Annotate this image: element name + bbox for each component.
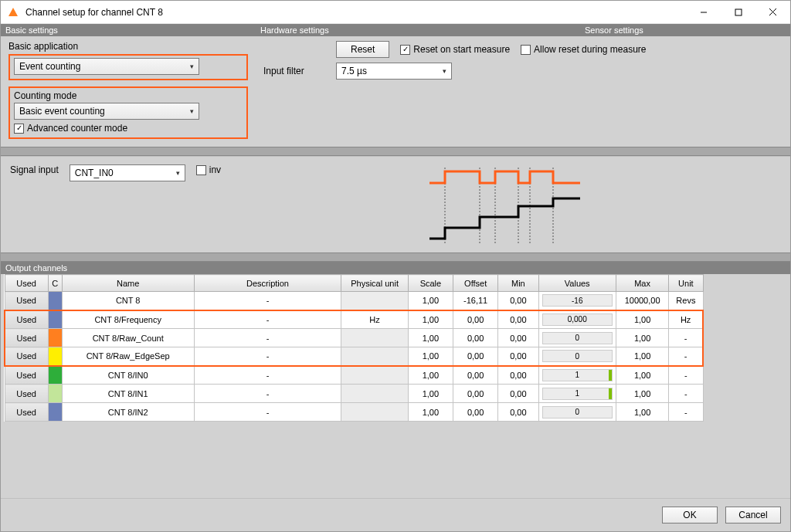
name-cell: CNT 8/IN2 [62,403,194,422]
maximize-button[interactable] [721,1,755,23]
app-icon [7,6,19,19]
unit-cell: - [669,385,703,403]
checkbox-icon: ✓ [400,45,410,55]
description-cell: - [194,403,341,422]
column-header[interactable]: Scale [408,275,453,292]
advanced-counter-checkbox[interactable]: ✓ Advanced counter mode [14,123,127,134]
cancel-button[interactable]: Cancel [725,507,781,524]
hardware-settings-panel: Reset ✓ Reset on start measure Allow res… [256,36,790,147]
table-row[interactable]: UsedCNT 8-1,00-16,110,00-1610000,00Revs [5,292,703,310]
description-cell: - [194,385,341,403]
table-row[interactable]: UsedCNT 8/IN0-1,000,000,0011,00- [5,366,703,385]
physical-unit-cell [341,366,408,385]
name-cell: CNT 8/Raw_EdgeSep [62,347,194,366]
content: Basic settings Hardware settings Sensor … [1,24,790,531]
reset-on-start-checkbox[interactable]: ✓ Reset on start measure [400,44,510,55]
unit-cell: Hz [669,310,703,329]
titlebar: Channel setup for channel CNT 8 [1,1,790,24]
used-cell[interactable]: Used [5,347,48,366]
min-cell: 0,00 [498,347,538,366]
basic-settings-panel: Basic application Event counting ▾ Count… [1,36,256,147]
chevron-down-icon: ▾ [190,63,194,70]
chevron-down-icon: ▾ [443,67,446,75]
color-cell [48,310,62,329]
minimize-button[interactable] [686,1,721,23]
column-header[interactable]: Offset [453,275,498,292]
reset-button[interactable]: Reset [336,41,389,58]
checkbox-icon: ✓ [14,124,24,134]
max-cell: 1,00 [616,329,668,347]
scale-cell: 1,00 [408,366,453,385]
used-cell[interactable]: Used [5,403,48,422]
unit-cell: Revs [669,292,703,310]
reset-on-start-label: Reset on start measure [413,44,510,55]
unit-cell: - [669,366,703,385]
used-cell[interactable]: Used [5,310,48,329]
allow-reset-checkbox[interactable]: Allow reset during measure [521,44,646,55]
offset-cell: 0,00 [453,310,498,329]
column-header[interactable]: Physical unit [341,275,408,292]
used-cell[interactable]: Used [5,292,48,310]
used-cell[interactable]: Used [5,385,48,403]
input-filter-value: 7.5 µs [341,66,367,76]
column-header[interactable]: Used [5,275,48,292]
offset-cell: 0,00 [453,366,498,385]
values-cell: 0 [538,403,616,422]
min-cell: 0,00 [498,403,538,422]
table-row[interactable]: UsedCNT 8/IN1-1,000,000,0011,00- [5,385,703,403]
scale-cell: 1,00 [408,347,453,366]
values-cell: 0,000 [538,310,616,329]
inv-checkbox[interactable]: inv [196,164,221,175]
values-cell: 1 [538,385,616,403]
max-cell: 1,00 [616,366,668,385]
offset-cell: 0,00 [453,403,498,422]
unit-cell: - [669,329,703,347]
window: Channel setup for channel CNT 8 Basic se… [0,0,791,532]
table-row[interactable]: UsedCNT 8/IN2-1,000,000,0001,00- [5,403,703,422]
basic-application-highlight: Event counting ▾ [8,54,248,80]
column-header[interactable]: Max [616,275,668,292]
table-row[interactable]: UsedCNT 8/Raw_Count-1,000,000,0001,00- [5,329,703,347]
table-row[interactable]: UsedCNT 8/Raw_EdgeSep-1,000,000,0001,00- [5,347,703,366]
description-cell: - [194,347,341,366]
close-button[interactable] [755,1,790,23]
unit-cell: - [669,347,703,366]
max-cell: 1,00 [616,310,668,329]
max-cell: 1,00 [616,385,668,403]
values-cell: 0 [538,347,616,366]
signal-input-combo[interactable]: CNT_IN0 ▾ [70,164,185,181]
used-cell[interactable]: Used [5,329,48,347]
column-header[interactable]: C [48,275,62,292]
color-cell [48,292,62,310]
chevron-down-icon: ▾ [176,169,180,177]
color-cell [48,329,62,347]
offset-cell: 0,00 [453,329,498,347]
min-cell: 0,00 [498,329,538,347]
description-cell: - [194,310,341,329]
description-cell: - [194,292,341,310]
output-channels-section: Output channels UsedCNameDescriptionPhys… [1,262,790,425]
used-cell[interactable]: Used [5,366,48,385]
offset-cell: -16,11 [453,292,498,310]
column-header[interactable]: Description [194,275,341,292]
svg-marker-0 [8,8,18,16]
column-header[interactable]: Unit [669,275,703,292]
column-header[interactable]: Min [498,275,538,292]
input-filter-combo[interactable]: 7.5 µs ▾ [336,63,452,80]
scale-cell: 1,00 [408,403,453,422]
window-title: Channel setup for channel CNT 8 [25,7,686,18]
column-header[interactable]: Name [62,275,194,292]
column-header[interactable]: Values [538,275,616,292]
max-cell: 10000,00 [616,292,668,310]
signal-diagram [232,164,781,245]
chevron-down-icon: ▾ [190,107,194,115]
name-cell: CNT 8/IN0 [62,366,194,385]
table-row[interactable]: UsedCNT 8/Frequency-Hz1,000,000,000,0001… [5,310,703,329]
description-cell: - [194,329,341,347]
basic-application-combo[interactable]: Event counting ▾ [14,58,199,75]
counting-mode-combo[interactable]: Basic event counting ▾ [14,103,199,120]
offset-cell: 0,00 [453,385,498,403]
unit-cell: - [669,403,703,422]
ok-button[interactable]: OK [662,507,718,524]
divider [1,147,790,156]
